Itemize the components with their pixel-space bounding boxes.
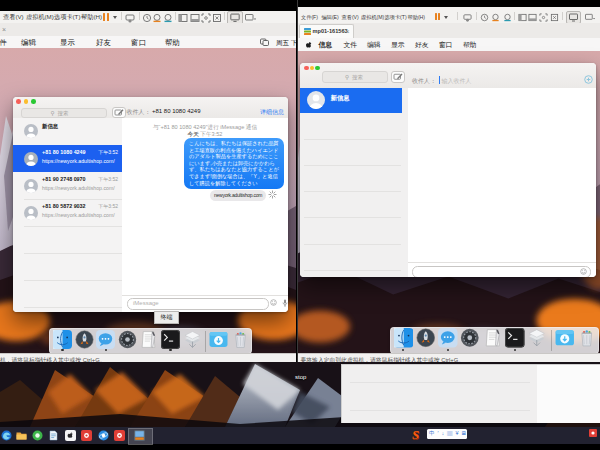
vmware-workstation-icon[interactable] <box>134 430 145 441</box>
message-input[interactable]: iMessage <box>127 298 269 310</box>
menu-view[interactable]: 查看(V) <box>342 14 359 21</box>
conversation-row-new[interactable]: 新信息 <box>13 118 122 145</box>
revert-snapshot-icon[interactable] <box>152 13 162 23</box>
conversation-row-selected[interactable]: +81 80 1080 4249 下午3:52 https://newyork.… <box>13 145 122 172</box>
menu-file[interactable]: 文件(F) <box>301 14 318 21</box>
menu-help[interactable]: 帮助(H) <box>81 13 102 22</box>
to-value[interactable]: +81 80 1080 4249 <box>152 108 201 114</box>
conversation-row-3[interactable]: +81 80 5872 9032 下午3:52 https://newyork.… <box>13 199 122 226</box>
search-input[interactable]: ⚲ 搜索 <box>21 108 107 118</box>
macmenu-help[interactable]: 帮助 <box>165 38 180 48</box>
macmenu-file[interactable]: 文件 <box>0 38 7 48</box>
emoji-icon[interactable] <box>580 268 587 275</box>
ie-browser-icon[interactable] <box>98 430 109 441</box>
unity-mode-icon[interactable] <box>550 13 559 22</box>
show-thumbnail-bar-icon[interactable] <box>190 13 200 23</box>
textedit-icon[interactable] <box>483 328 503 348</box>
close-button[interactable] <box>16 99 21 104</box>
macmenu-view[interactable]: 显示 <box>391 40 405 50</box>
launchpad-icon[interactable] <box>416 328 436 348</box>
pause-button[interactable] <box>103 13 105 21</box>
finder-icon[interactable] <box>394 328 414 348</box>
fullscreen-icon[interactable] <box>201 13 211 23</box>
conversation-row-new-selected[interactable]: 新信息 <box>300 88 403 113</box>
take-snapshot-icon[interactable] <box>142 13 152 23</box>
unity-mode-icon[interactable] <box>212 13 222 23</box>
apple-icon[interactable] <box>306 41 312 48</box>
menu-tabs[interactable]: 选项卡(T) <box>54 13 80 22</box>
pause-button[interactable] <box>435 13 437 20</box>
trash-icon[interactable] <box>231 330 250 349</box>
zoom-button[interactable] <box>315 66 320 71</box>
show-thumbnail-bar-icon[interactable] <box>528 13 537 22</box>
zoom-button[interactable] <box>31 99 36 104</box>
macmenu-app[interactable]: 信息 <box>319 40 333 50</box>
sogou-logo[interactable]: S <box>412 427 419 443</box>
macmenu-edit[interactable]: 编辑 <box>367 40 381 50</box>
terminal-icon[interactable] <box>505 328 525 348</box>
compose-button[interactable] <box>391 71 405 83</box>
downloads-icon[interactable] <box>555 328 575 348</box>
pause-button-bar[interactable] <box>438 13 440 20</box>
manage-snapshots-icon[interactable] <box>503 13 512 22</box>
menu-tabs[interactable]: 选项卡(T) <box>385 14 407 21</box>
launchpad-icon[interactable] <box>75 330 94 349</box>
macmenu-edit[interactable]: 编辑 <box>21 38 36 48</box>
tab-close-icon[interactable]: × <box>2 27 6 33</box>
details-link[interactable]: 详细信息 <box>260 108 284 117</box>
sogou-toolbar[interactable]: 中 ′ ↓ ▤ ¥ ⊞ <box>427 429 467 439</box>
textedit-icon[interactable] <box>139 330 158 349</box>
conversation-row-2[interactable]: +81 90 2748 0970 下午3:52 https://newyork.… <box>13 172 122 199</box>
macmenu-buddies[interactable]: 好友 <box>415 40 429 50</box>
add-contact-icon[interactable] <box>584 75 593 84</box>
show-library-icon[interactable] <box>518 13 527 22</box>
menubar-clock[interactable]: 周五 下午3:5 <box>276 39 296 48</box>
pause-dropdown-arrow[interactable] <box>113 16 117 19</box>
documents-app-icon[interactable] <box>48 430 59 441</box>
messages-icon[interactable] <box>96 330 115 349</box>
pause-dropdown-arrow[interactable] <box>444 16 448 19</box>
system-preferences-icon[interactable] <box>118 330 137 349</box>
macmenu-help[interactable]: 帮助 <box>463 40 477 50</box>
trash-icon[interactable] <box>577 328 597 348</box>
downloads-icon[interactable] <box>209 330 228 349</box>
menu-view[interactable]: 查看(V) <box>3 13 24 22</box>
monitor-dropdown-icon[interactable] <box>244 13 257 23</box>
pause-button-bar[interactable] <box>107 13 109 21</box>
stacks-icon[interactable] <box>527 328 547 348</box>
minimize-button[interactable] <box>310 66 315 71</box>
send-ctrl-alt-del-icon[interactable] <box>125 13 135 23</box>
macmenu-window[interactable]: 窗口 <box>439 40 453 50</box>
red-recorder-icon-2[interactable] <box>114 430 125 441</box>
file-explorer-icon[interactable] <box>16 430 27 441</box>
system-preferences-icon[interactable] <box>460 328 480 348</box>
microphone-icon[interactable] <box>282 299 288 307</box>
menu-vm[interactable]: 虚拟机(M) <box>361 14 384 21</box>
menu-edit[interactable]: 编辑(E) <box>322 14 339 21</box>
menu-vm[interactable]: 虚拟机(M) <box>26 13 54 22</box>
monitor-dropdown-icon[interactable] <box>584 13 596 22</box>
messages-icon[interactable] <box>438 328 458 348</box>
macmenu-buddies[interactable]: 好友 <box>96 38 111 48</box>
close-button[interactable] <box>304 66 309 71</box>
search-input[interactable]: ⚲ 搜索 <box>322 71 388 83</box>
compose-button[interactable] <box>112 107 126 118</box>
desktop-icon-label[interactable]: stop <box>295 374 306 380</box>
apple-app-icon[interactable] <box>65 430 76 441</box>
tab-close-icon[interactable]: × <box>345 29 349 35</box>
macmenu-window[interactable]: 窗口 <box>131 38 146 48</box>
manage-snapshots-icon[interactable] <box>163 13 173 23</box>
macmenu-view[interactable]: 显示 <box>60 38 75 48</box>
minimize-button[interactable] <box>24 99 29 104</box>
red-recorder-icon[interactable] <box>81 430 92 441</box>
show-library-icon[interactable] <box>178 13 188 23</box>
macmenu-file[interactable]: 文件 <box>344 40 358 50</box>
green-app-icon[interactable] <box>32 430 43 441</box>
edge-icon[interactable] <box>1 430 12 441</box>
message-input[interactable] <box>412 266 591 278</box>
red-alert-icon[interactable] <box>589 429 597 437</box>
emoji-icon[interactable] <box>270 299 277 306</box>
menu-help[interactable]: 帮助(H) <box>408 14 426 21</box>
terminal-icon[interactable] <box>161 330 180 349</box>
take-snapshot-icon[interactable] <box>480 13 489 22</box>
